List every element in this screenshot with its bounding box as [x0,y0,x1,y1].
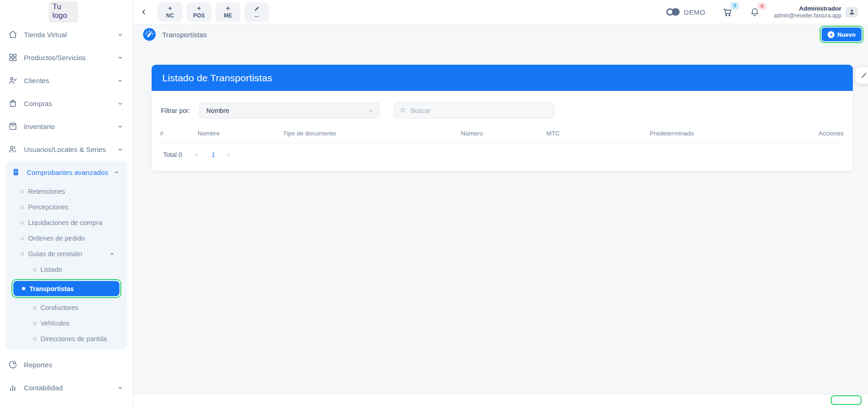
column-header-tipo-documento: Tipo de documento [283,130,336,137]
sidebar-section-comprobantes: Comprobantes avanzados Retenciones Perce… [6,161,127,349]
column-header-index: # [160,130,164,137]
tour-highlight-rect [831,395,862,405]
list-panel: Listado de Transportistas Filtrar por: N… [152,65,853,171]
chevron-down-icon [118,385,123,390]
sidebar-item-label: Compras [24,100,118,107]
chevron-down-icon [118,32,123,37]
demo-toggle[interactable]: DEMO [666,8,705,16]
sidebar-item-conductores[interactable]: Conductores [6,300,127,315]
quick-button-me[interactable]: + ME [216,2,240,22]
toggle-icon [666,8,680,16]
plus-icon: + [168,5,172,12]
filter-label: Filtrar por: [161,107,199,114]
pagination-prev-icon[interactable] [194,152,199,157]
chevron-up-icon [110,252,114,256]
sidebar-item-reportes[interactable]: Reportes [0,353,133,376]
sidebar-item-compras[interactable]: Compras [0,92,133,115]
user-check-icon [8,75,18,85]
theme-customizer-button[interactable] [855,67,868,84]
cart-button[interactable]: 0 [722,6,733,17]
sidebar-item-label: Contabilidad [24,384,118,392]
topbar: + NC + POS + ME ... [133,0,868,24]
column-header-nombre: Nombre [198,130,220,137]
shopping-bag-icon [8,98,18,108]
plus-icon: + [197,5,201,12]
sidebar-item-label: Comprobantes avanzados [27,168,114,176]
sidebar-subitem-label: Direcciones de partida [40,335,114,343]
sidebar-item-transportistas-active[interactable]: Transportistas [13,281,119,296]
sidebar-item-liquidaciones-compra[interactable]: Liquidaciones de compra [6,215,127,230]
person-icon [848,8,856,16]
quick-button-label: ME [224,12,232,19]
user-menu[interactable]: Administrador admin@reseller.fastura.app [774,5,841,19]
pagination-page-1[interactable]: 1 [211,151,215,158]
bullet-icon [21,221,24,225]
new-button-label: Nuevo [837,31,856,38]
chevron-up-icon [114,170,119,175]
sidebar-subitem-label: Vehículos [40,320,114,327]
sidebar-item-tienda-virtual[interactable]: Tienda Virtual [0,23,133,46]
panel-title: Listado de Transportistas [162,73,272,84]
sidebar-item-guias-remision[interactable]: Guías de remisión [6,246,127,262]
pagination: Total 0 1 [163,151,853,158]
sidebar-subitem-label: Liquidaciones de compra [28,219,114,226]
brand-logo[interactable]: Tu logo [49,1,78,22]
new-button[interactable]: + Nuevo [822,28,862,41]
collapse-sidebar-icon[interactable] [141,9,147,15]
bar-chart-icon [8,382,18,393]
sidebar-item-label: Tienda Virtual [24,31,118,39]
quick-button-nc[interactable]: + NC [158,2,182,22]
search-box [394,102,555,118]
main-area: + NC + POS + ME ... [133,0,868,410]
brand-logo-line1: Tu [52,3,74,11]
sidebar-item-retenciones[interactable]: Retenciones [6,184,127,199]
quick-button-label: ... [255,12,259,18]
pencil-icon [254,6,260,12]
app-window: Tu logo Tienda Virtual Productos/Servici… [0,0,868,410]
sidebar-item-percepciones[interactable]: Percepciones [6,199,127,215]
sidebar-item-inventario[interactable]: Inventario [0,115,133,138]
sidebar-item-usuarios-locales-series[interactable]: Usuarios/Locales & Series [0,138,133,161]
home-icon [8,29,18,39]
bullet-icon [21,190,24,193]
pagination-next-icon[interactable] [226,152,231,157]
sidebar-item-ordenes-pedido[interactable]: Ordenes de pedido [6,230,127,246]
sidebar-subitem-label: Guías de remisión [28,250,110,258]
sidebar-item-listado[interactable]: Listado [6,262,127,277]
sidebar-item-direcciones-partida[interactable]: Direcciones de partida [6,331,127,347]
gauge-icon [142,28,156,41]
search-input[interactable] [410,107,549,115]
bullet-icon [33,322,36,325]
plus-circle-icon: + [828,31,834,38]
column-header-mtc: MTC [546,130,560,137]
bullet-icon [33,306,36,309]
sidebar-item-label: Clientes [24,77,118,84]
sidebar-item-productos-servicios[interactable]: Productos/Servicios [0,46,133,69]
page-content: Transportistas + Nuevo Listado de Transp… [133,24,868,395]
chevron-down-icon [118,101,123,106]
box-icon [8,121,18,131]
notifications-button[interactable]: 4 [749,7,760,17]
brand-logo-line2: logo [52,11,74,20]
sidebar-subitem-label: Transportistas [29,285,74,292]
sidebar-item-clientes[interactable]: Clientes [0,69,133,92]
filter-row: Filtrar por: Nombre [161,102,853,118]
user-name: Administrador [774,5,841,12]
sidebar-item-contabilidad[interactable]: Contabilidad [0,376,133,399]
sidebar-item-comprobantes-avanzados[interactable]: Comprobantes avanzados [6,161,127,184]
sidebar-subitem-label: Ordenes de pedido [28,235,114,242]
chevron-down-icon [118,78,123,83]
filter-select[interactable]: Nombre [199,102,380,118]
sidebar-item-vehiculos[interactable]: Vehículos [6,315,127,331]
bullet-icon [21,253,24,256]
sidebar-item-label: Productos/Servicios [24,54,118,62]
quick-button-more[interactable]: ... [244,2,269,22]
grid-icon [8,52,18,62]
quick-button-pos[interactable]: + POS [187,2,211,22]
pagination-total: Total 0 [163,151,182,158]
bullet-icon [21,206,24,209]
user-email: admin@reseller.fastura.app [774,12,841,19]
bullet-icon [33,337,36,341]
avatar[interactable] [845,7,858,17]
sidebar-item-label: Reportes [24,361,123,369]
